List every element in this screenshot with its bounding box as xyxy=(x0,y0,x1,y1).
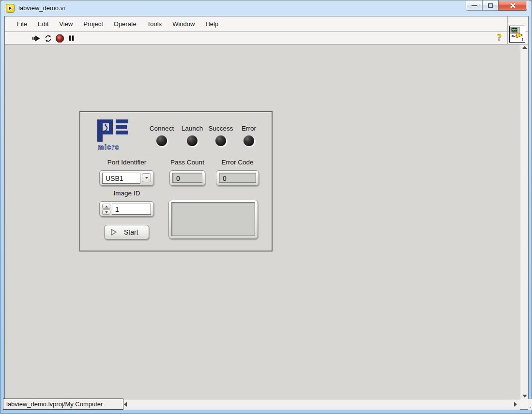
scroll-right-icon[interactable] xyxy=(514,402,517,407)
run-continuous-icon xyxy=(44,34,52,43)
play-icon xyxy=(110,228,117,236)
close-button[interactable] xyxy=(498,0,527,11)
led-launch-indicator[interactable] xyxy=(187,135,198,146)
execution-target-box[interactable]: labview_demo.lvproj/My Computer xyxy=(3,399,123,410)
pass-count-value: 0 xyxy=(172,173,202,183)
menu-edit[interactable]: Edit xyxy=(32,18,54,30)
logo-micro-text: micro xyxy=(98,143,120,151)
pemicro-logo: micro xyxy=(96,119,130,151)
message-display-value xyxy=(171,202,255,236)
pause-icon xyxy=(69,35,75,42)
chevron-down-icon xyxy=(105,211,108,213)
menubar: File Edit View Project Operate Tools Win… xyxy=(5,16,528,32)
image-id-value[interactable]: 1 xyxy=(112,204,151,215)
menu-operate[interactable]: Operate xyxy=(108,18,142,30)
minimize-icon xyxy=(471,5,477,6)
image-id-spinner[interactable]: 1 xyxy=(99,201,154,217)
labview-app-icon xyxy=(6,4,15,13)
menu-help[interactable]: Help xyxy=(200,18,224,30)
led-success-indicator[interactable] xyxy=(215,135,226,146)
scroll-down-icon[interactable] xyxy=(522,395,527,398)
led-success-label: Success xyxy=(208,125,233,132)
toolbar xyxy=(5,32,528,44)
abort-icon xyxy=(56,34,64,43)
led-error: Error xyxy=(232,125,266,146)
minimize-button[interactable] xyxy=(466,0,482,11)
led-connect-label: Connect xyxy=(150,125,174,132)
port-identifier-dropdown-button[interactable] xyxy=(142,173,151,182)
port-identifier-value[interactable]: USB1 xyxy=(102,173,140,184)
window-title: labview_demo.vi xyxy=(18,4,65,12)
image-id-decrement-button[interactable] xyxy=(102,209,110,215)
menu-project[interactable]: Project xyxy=(78,18,108,30)
message-display xyxy=(168,200,258,239)
port-identifier-combo[interactable]: USB1 xyxy=(99,170,154,186)
toolbar-right-divider xyxy=(507,16,508,44)
led-error-label: Error xyxy=(242,125,256,132)
port-identifier-label: Port Identifier xyxy=(100,159,154,166)
chevron-down-icon xyxy=(145,177,148,179)
titlebar[interactable]: labview_demo.vi xyxy=(0,0,532,16)
front-panel-content: micro Connect Launch Success xyxy=(5,44,528,399)
image-id-increment-button[interactable] xyxy=(102,204,110,209)
pause-button[interactable] xyxy=(67,34,76,43)
run-continuous-button[interactable] xyxy=(44,34,52,43)
error-code-value: 0 xyxy=(219,173,256,183)
pemicro-groupbox: micro Connect Launch Success xyxy=(79,111,273,251)
menu-tools[interactable]: Tools xyxy=(142,18,167,30)
led-connect-indicator[interactable] xyxy=(156,135,167,146)
scroll-left-icon[interactable] xyxy=(124,402,127,407)
led-launch-label: Launch xyxy=(182,125,203,132)
menu-view[interactable]: View xyxy=(54,18,78,30)
start-button-label: Start xyxy=(124,228,138,236)
pass-count-label: Pass Count xyxy=(169,159,205,166)
error-code-label: Error Code xyxy=(216,159,259,166)
close-icon xyxy=(510,2,516,9)
context-help-icon[interactable]: ? xyxy=(497,32,505,43)
window-controls xyxy=(466,0,527,11)
pass-count-display: 0 xyxy=(169,170,205,186)
client-area: File Edit View Project Operate Tools Win… xyxy=(4,16,529,410)
maximize-button[interactable] xyxy=(482,0,498,11)
vi-icon[interactable]: 1 xyxy=(509,26,525,43)
resize-grip-icon xyxy=(528,399,532,410)
chevron-up-icon xyxy=(105,206,108,207)
maximize-icon xyxy=(488,3,493,8)
run-arrow-icon xyxy=(32,34,41,43)
labview-window: labview_demo.vi File Edit View Project O… xyxy=(0,0,532,414)
menu-window[interactable]: Window xyxy=(167,18,200,30)
vi-icon-badge: 1 xyxy=(521,37,524,42)
led-error-indicator[interactable] xyxy=(243,135,254,146)
resize-grip[interactable] xyxy=(528,399,532,410)
image-id-label: Image ID xyxy=(100,190,154,197)
front-panel[interactable]: micro Connect Launch Success xyxy=(5,44,520,399)
scroll-up-icon[interactable] xyxy=(522,46,527,49)
error-code-display: 0 xyxy=(216,170,259,186)
run-button[interactable] xyxy=(32,34,41,43)
abort-button[interactable] xyxy=(56,34,64,43)
vertical-scrollbar[interactable] xyxy=(520,44,528,399)
vi-icon-graphic: 1 xyxy=(510,26,525,42)
start-button[interactable]: Start xyxy=(104,225,149,239)
menu-file[interactable]: File xyxy=(12,18,32,30)
led-connect: Connect xyxy=(145,125,179,146)
